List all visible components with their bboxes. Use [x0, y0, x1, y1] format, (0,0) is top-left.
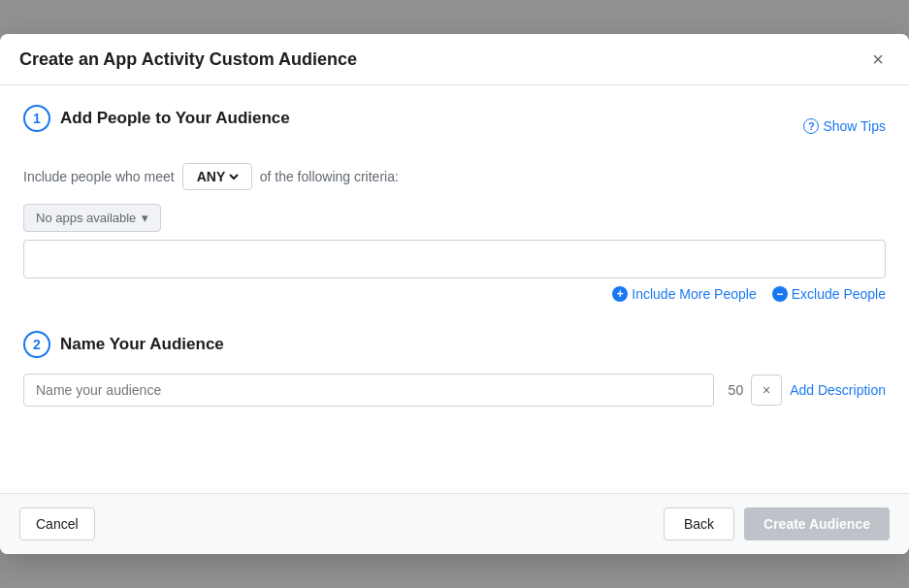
close-button[interactable]: × [866, 48, 890, 71]
section2-header: 2 Name Your Audience [23, 331, 886, 358]
section-name-audience: 2 Name Your Audience 50 × Add Descriptio… [23, 331, 886, 407]
modal-title: Create an App Activity Custom Audience [19, 49, 357, 70]
footer-left: Cancel [19, 507, 95, 540]
show-tips-button[interactable]: ? Show Tips [803, 118, 886, 134]
section2-number: 2 [23, 331, 50, 358]
include-more-button[interactable]: + Include More People [612, 286, 756, 302]
actions-row: + Include More People − Exclude People [23, 286, 886, 302]
cancel-button[interactable]: Cancel [19, 507, 95, 540]
audience-name-input[interactable] [23, 374, 714, 407]
modal-container: Create an App Activity Custom Audience ×… [0, 34, 909, 554]
modal-body: 1 Add People to Your Audience ? Show Tip… [0, 85, 909, 493]
clear-name-button[interactable]: × [751, 375, 782, 406]
criteria-prefix: Include people who meet [23, 169, 175, 184]
include-more-label: Include More People [632, 286, 756, 302]
exclude-minus-icon: − [772, 286, 788, 302]
exclude-label: Exclude People [792, 286, 886, 302]
criteria-input[interactable] [23, 240, 886, 278]
exclude-people-button[interactable]: − Exclude People [772, 286, 886, 302]
create-audience-button[interactable]: Create Audience [744, 507, 890, 540]
any-select-container[interactable]: ANY [182, 163, 252, 190]
section1-title: Add People to Your Audience [60, 109, 290, 128]
include-plus-icon: + [612, 286, 628, 302]
any-select-input[interactable]: ANY [193, 168, 242, 185]
show-tips-label: Show Tips [823, 118, 886, 134]
section2-title: Name Your Audience [60, 335, 224, 354]
section1-number: 1 [23, 105, 50, 132]
modal-overlay: Create an App Activity Custom Audience ×… [0, 0, 909, 588]
no-apps-label: No apps available [36, 211, 136, 225]
question-icon: ? [803, 118, 819, 134]
section-add-people: 1 Add People to Your Audience ? Show Tip… [23, 105, 886, 302]
criteria-suffix: of the following criteria: [260, 169, 399, 184]
criteria-row: Include people who meet ANY of the follo… [23, 163, 886, 190]
add-description-button[interactable]: Add Description [790, 382, 886, 398]
no-apps-chevron-icon: ▾ [142, 211, 148, 225]
modal-header: Create an App Activity Custom Audience × [0, 34, 909, 85]
section1-header-row: 1 Add People to Your Audience ? Show Tip… [23, 105, 886, 147]
name-input-row: 50 × Add Description [23, 374, 886, 407]
char-count: 50 [722, 382, 743, 398]
back-button[interactable]: Back [664, 507, 734, 540]
section1-header: 1 Add People to Your Audience [23, 105, 290, 132]
modal-footer: Cancel Back Create Audience [0, 493, 909, 554]
apps-row: No apps available ▾ [23, 204, 886, 232]
footer-right: Back Create Audience [664, 507, 890, 540]
no-apps-button[interactable]: No apps available ▾ [23, 204, 161, 232]
